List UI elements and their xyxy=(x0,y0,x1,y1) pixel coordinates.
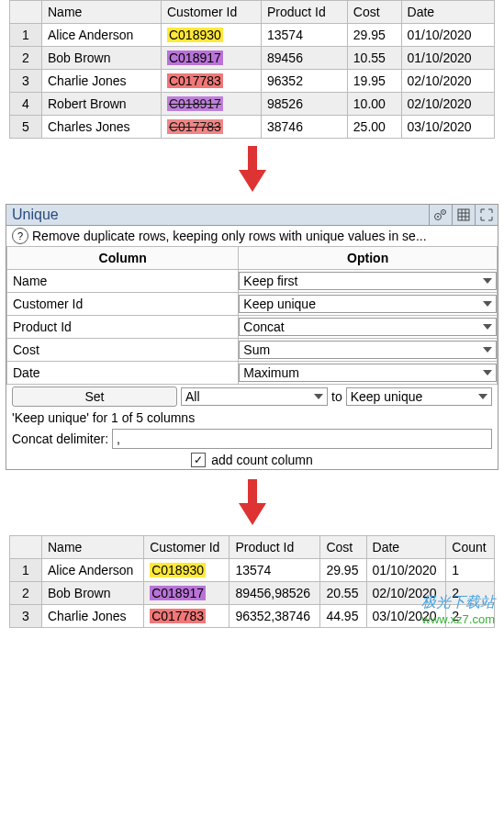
svg-point-2 xyxy=(437,216,439,218)
cell: 2 xyxy=(446,605,495,628)
expand-icon[interactable] xyxy=(475,205,498,225)
cell: 03/10/2020 xyxy=(401,116,494,139)
cell: 13574 xyxy=(261,24,347,47)
column-header: Column xyxy=(7,247,239,270)
cell: C018917 xyxy=(161,47,261,70)
help-text: Remove duplicate rows, keeping only rows… xyxy=(32,229,427,243)
option-select[interactable]: Maximum xyxy=(239,364,497,382)
output-table: NameCustomer IdProduct IdCostDateCount1A… xyxy=(0,535,504,628)
input-table: NameCustomer IdProduct IdCostDate1Alice … xyxy=(0,0,504,139)
cell: 38746 xyxy=(261,116,347,139)
add-count-checkbox[interactable]: ✓ xyxy=(191,453,206,467)
cell: C018930 xyxy=(161,24,261,47)
svg-point-3 xyxy=(442,211,443,212)
cell: C018917 xyxy=(161,93,261,116)
customer-id-highlight: C018917 xyxy=(167,96,223,111)
cell: 1 xyxy=(10,24,42,47)
table-row[interactable]: 2Bob BrownC01891789456,9852620.5502/10/2… xyxy=(10,582,495,605)
col-header: Cost xyxy=(347,1,401,24)
cell: 2 xyxy=(10,582,42,605)
to-label: to xyxy=(331,389,342,404)
col-header: Customer Id xyxy=(161,1,261,24)
table-row[interactable]: 5Charles JonesC0177833874625.0003/10/202… xyxy=(10,116,495,139)
cell: C017783 xyxy=(161,70,261,93)
summary-text: 'Keep unique' for 1 of 5 columns xyxy=(6,409,498,427)
cell: 20.55 xyxy=(320,582,366,605)
all-select[interactable]: All xyxy=(181,387,328,406)
settings-gears-icon[interactable] xyxy=(429,205,452,225)
cell: Charles Jones xyxy=(42,116,162,139)
cell: Alice Anderson xyxy=(42,24,162,47)
option-row: DateMaximum xyxy=(7,362,498,385)
customer-id-highlight: C018917 xyxy=(150,586,206,600)
options-table: ColumnOption NameKeep firstCustomer IdKe… xyxy=(6,246,498,385)
cell: 13574 xyxy=(230,559,320,582)
cell: C017783 xyxy=(144,605,230,628)
chevron-down-icon xyxy=(478,394,487,399)
grid-icon[interactable] xyxy=(452,205,475,225)
table-row[interactable]: 4Robert BrownC0189179852610.0002/10/2020 xyxy=(10,93,495,116)
col-name: Product Id xyxy=(7,316,239,339)
option-row: NameKeep first xyxy=(7,270,498,293)
set-button[interactable]: Set xyxy=(12,386,177,407)
chevron-down-icon xyxy=(483,301,492,307)
option-select[interactable]: Sum xyxy=(239,341,497,359)
option-select[interactable]: Keep unique xyxy=(239,295,497,313)
panel-title: Unique xyxy=(6,205,429,225)
arrow-1 xyxy=(0,139,504,202)
chevron-down-icon xyxy=(483,278,492,284)
col-header: Product Id xyxy=(261,1,347,24)
cell: Charlie Jones xyxy=(42,70,162,93)
delimiter-input[interactable]: , xyxy=(112,429,492,449)
add-count-label: add count column xyxy=(211,453,313,467)
keep-select[interactable]: Keep unique xyxy=(346,387,492,406)
col-header: Date xyxy=(366,536,446,559)
cell: 96352 xyxy=(261,70,347,93)
option-row: CostSum xyxy=(7,339,498,362)
cell: Charlie Jones xyxy=(42,605,144,628)
cell: 3 xyxy=(10,605,42,628)
cell: C017783 xyxy=(161,116,261,139)
col-name: Customer Id xyxy=(7,293,239,316)
cell: 03/10/2020 xyxy=(366,605,446,628)
cell: Bob Brown xyxy=(42,47,162,70)
customer-id-highlight: C018917 xyxy=(167,50,223,65)
option-select[interactable]: Concat xyxy=(239,318,497,336)
cell: Alice Anderson xyxy=(42,559,144,582)
customer-id-highlight: C018930 xyxy=(150,563,206,577)
delimiter-label: Concat delimiter: xyxy=(12,431,108,446)
cell: 4 xyxy=(10,93,42,116)
help-icon[interactable]: ? xyxy=(12,228,28,244)
customer-id-highlight: C018930 xyxy=(167,28,223,42)
cell: C018917 xyxy=(144,582,230,605)
table-row[interactable]: 2Bob BrownC0189178945610.5501/10/2020 xyxy=(10,47,495,70)
help-row: ? Remove duplicate rows, keeping only ro… xyxy=(6,226,498,246)
cell: C018930 xyxy=(144,559,230,582)
chevron-down-icon xyxy=(483,324,492,330)
customer-id-highlight: C017783 xyxy=(167,119,223,134)
cell: 29.95 xyxy=(320,559,366,582)
col-name: Name xyxy=(7,270,239,293)
col-header: Product Id xyxy=(230,536,320,559)
cell: 19.95 xyxy=(347,70,401,93)
cell: 3 xyxy=(10,70,42,93)
option-header: Option xyxy=(239,247,498,270)
col-header xyxy=(10,1,42,24)
cell: Bob Brown xyxy=(42,582,144,605)
col-header: Cost xyxy=(320,536,366,559)
table-row[interactable]: 1Alice AndersonC0189301357429.9501/10/20… xyxy=(10,559,495,582)
customer-id-highlight: C017783 xyxy=(150,609,206,623)
svg-rect-4 xyxy=(458,209,469,220)
option-select[interactable]: Keep first xyxy=(239,272,497,290)
cell: 25.00 xyxy=(347,116,401,139)
option-row: Customer IdKeep unique xyxy=(7,293,498,316)
customer-id-highlight: C017783 xyxy=(167,73,223,88)
col-name: Cost xyxy=(7,339,239,362)
table-row[interactable]: 3Charlie JonesC01778396352,3874644.9503/… xyxy=(10,605,495,628)
cell: 10.55 xyxy=(347,47,401,70)
table-row[interactable]: 1Alice AndersonC0189301357429.9501/10/20… xyxy=(10,24,495,47)
col-header: Date xyxy=(401,1,494,24)
cell: 29.95 xyxy=(347,24,401,47)
table-row[interactable]: 3Charlie JonesC0177839635219.9502/10/202… xyxy=(10,70,495,93)
col-header xyxy=(10,536,42,559)
